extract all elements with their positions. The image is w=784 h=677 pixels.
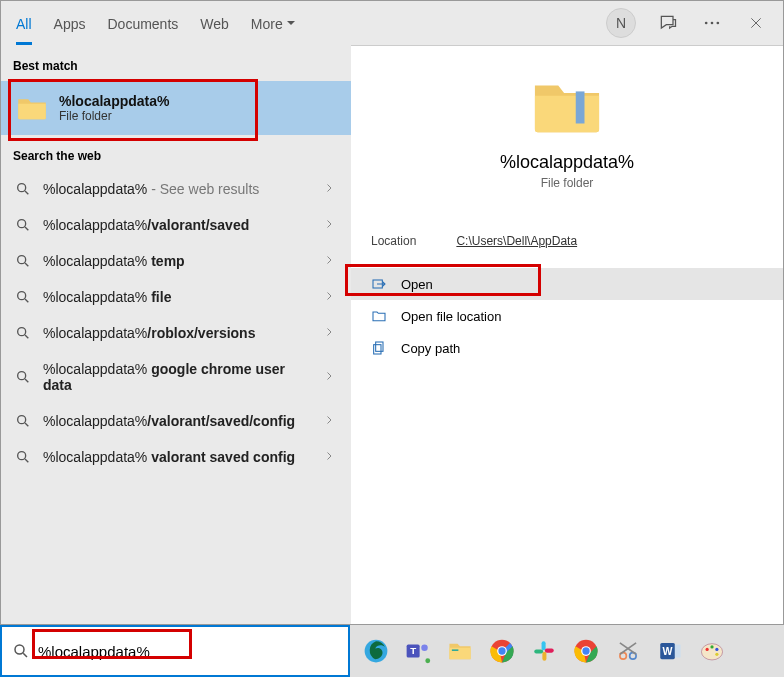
taskbar-app-slack[interactable] xyxy=(530,637,558,665)
svg-rect-29 xyxy=(542,652,546,661)
action-open[interactable]: Open xyxy=(351,268,783,300)
action-open-file-location-label: Open file location xyxy=(401,309,501,324)
svg-rect-14 xyxy=(374,345,381,354)
best-match-item[interactable]: %localappdata% File folder xyxy=(1,81,351,135)
search-icon xyxy=(15,217,31,233)
search-icon xyxy=(15,181,31,197)
search-icon xyxy=(12,642,30,660)
chevron-right-icon xyxy=(317,217,341,233)
more-options-icon[interactable] xyxy=(700,11,724,35)
web-result-item[interactable]: %localappdata%/valorant/saved/config xyxy=(1,403,351,439)
preview-folder-icon xyxy=(351,76,783,140)
result-text: %localappdata% file xyxy=(43,289,305,305)
svg-point-5 xyxy=(18,256,26,264)
search-icon xyxy=(15,449,31,465)
svg-rect-13 xyxy=(376,342,383,351)
search-input[interactable] xyxy=(38,643,338,660)
chevron-right-icon xyxy=(317,449,341,465)
taskbar: T W xyxy=(350,625,784,677)
search-icon xyxy=(15,289,31,305)
svg-rect-22 xyxy=(452,649,459,651)
result-text: %localappdata%/valorant/saved/config xyxy=(43,413,305,429)
svg-point-15 xyxy=(15,645,24,654)
best-match-subtitle: File folder xyxy=(59,109,169,123)
svg-text:T: T xyxy=(410,645,416,656)
svg-point-33 xyxy=(582,647,589,654)
search-icon xyxy=(15,369,31,385)
tab-bar: All Apps Documents Web More N xyxy=(1,1,783,45)
action-copy-path-label: Copy path xyxy=(401,341,460,356)
best-match-title: %localappdata% xyxy=(59,93,169,109)
folder-icon xyxy=(17,95,47,121)
results-column: Best match %localappdata% File folder Se… xyxy=(1,45,351,624)
web-result-item[interactable]: %localappdata% valorant saved config xyxy=(1,439,351,475)
folder-open-icon xyxy=(371,308,387,324)
web-result-item[interactable]: %localappdata%/valorant/saved xyxy=(1,207,351,243)
taskbar-app-chrome[interactable] xyxy=(488,637,516,665)
chevron-right-icon xyxy=(317,289,341,305)
web-result-item[interactable]: %localappdata% file xyxy=(1,279,351,315)
web-result-item[interactable]: %localappdata% temp xyxy=(1,243,351,279)
actions-list: Open Open file location Copy path xyxy=(351,268,783,364)
chevron-right-icon xyxy=(317,413,341,429)
search-panel: All Apps Documents Web More N Best match xyxy=(0,0,784,625)
svg-point-26 xyxy=(498,647,505,654)
svg-point-10 xyxy=(18,452,26,460)
svg-rect-27 xyxy=(542,641,546,650)
action-open-file-location[interactable]: Open file location xyxy=(351,300,783,332)
result-text: %localappdata% temp xyxy=(43,253,305,269)
search-icon xyxy=(15,413,31,429)
svg-point-19 xyxy=(421,645,428,652)
svg-point-43 xyxy=(715,653,718,656)
tab-more[interactable]: More xyxy=(251,4,295,42)
svg-point-40 xyxy=(706,648,709,651)
chevron-right-icon xyxy=(317,253,341,269)
web-result-item[interactable]: %localappdata% - See web results xyxy=(1,171,351,207)
open-icon xyxy=(371,276,387,292)
result-text: %localappdata% - See web results xyxy=(43,181,305,197)
location-label: Location xyxy=(371,234,416,248)
tab-apps[interactable]: Apps xyxy=(54,4,86,42)
section-best-match-label: Best match xyxy=(1,45,351,81)
svg-point-6 xyxy=(18,292,26,300)
copy-icon xyxy=(371,340,387,356)
search-icon xyxy=(15,325,31,341)
close-button[interactable] xyxy=(744,11,768,35)
search-box[interactable] xyxy=(0,625,350,677)
taskbar-app-paint[interactable] xyxy=(698,637,726,665)
result-text: %localappdata% google chrome user data xyxy=(43,361,305,393)
svg-point-3 xyxy=(18,184,26,192)
svg-point-8 xyxy=(18,372,26,380)
svg-point-1 xyxy=(711,22,714,25)
taskbar-app-explorer[interactable] xyxy=(446,637,474,665)
taskbar-app-teams[interactable]: T xyxy=(404,637,432,665)
tab-all[interactable]: All xyxy=(16,4,32,45)
action-open-label: Open xyxy=(401,277,433,292)
user-avatar[interactable]: N xyxy=(606,8,636,38)
taskbar-app-edge[interactable] xyxy=(362,637,390,665)
taskbar-app-chrome-2[interactable] xyxy=(572,637,600,665)
search-icon xyxy=(15,253,31,269)
taskbar-app-snip[interactable] xyxy=(614,637,642,665)
svg-rect-30 xyxy=(545,649,554,653)
action-copy-path[interactable]: Copy path xyxy=(351,332,783,364)
location-path[interactable]: C:\Users\Dell\AppData xyxy=(456,234,577,248)
tab-documents[interactable]: Documents xyxy=(107,4,178,42)
taskbar-app-word[interactable]: W xyxy=(656,637,684,665)
feedback-icon[interactable] xyxy=(656,11,680,35)
tab-web[interactable]: Web xyxy=(200,4,229,42)
web-result-item[interactable]: %localappdata%/roblox/versions xyxy=(1,315,351,351)
svg-point-20 xyxy=(425,658,430,663)
svg-point-7 xyxy=(18,328,26,336)
svg-rect-38 xyxy=(675,645,681,658)
svg-rect-28 xyxy=(534,649,543,653)
web-result-item[interactable]: %localappdata% google chrome user data xyxy=(1,351,351,403)
svg-point-41 xyxy=(710,645,713,648)
chevron-right-icon xyxy=(317,369,341,385)
svg-point-4 xyxy=(18,220,26,228)
svg-point-2 xyxy=(717,22,720,25)
svg-text:W: W xyxy=(663,645,673,657)
result-text: %localappdata%/roblox/versions xyxy=(43,325,305,341)
result-text: %localappdata%/valorant/saved xyxy=(43,217,305,233)
svg-rect-11 xyxy=(576,91,585,123)
